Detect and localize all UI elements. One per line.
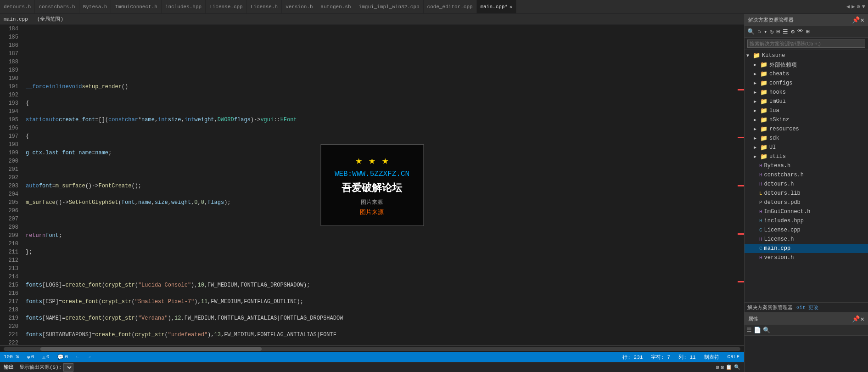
output-btn3[interactable]: 📋 (726, 364, 732, 370)
toolbar-preview-icon[interactable]: 👁 (796, 28, 804, 35)
tree-item-license-h[interactable]: H License.h (745, 235, 868, 244)
tab-scroll-left-icon[interactable]: ◀ (846, 3, 850, 10)
tree-item-imgui[interactable]: ▶ 📁 ImGui (745, 97, 868, 106)
close-tab-icon[interactable]: ✕ (510, 4, 512, 10)
nav-fwd[interactable]: → (88, 354, 92, 360)
main-area: main.cpp (全局范围) 184 185 186 187 188 189 … (0, 14, 868, 372)
panel-close-icon[interactable]: ✕ (861, 16, 864, 24)
right-panel: 解决方案资源管理器 📌 ✕ 🔍 ⌂ ▾ ↻ ⊟ ☰ ⚙ 👁 ⊞ ▼ (744, 14, 868, 372)
output-label: 输出 (4, 364, 14, 371)
output-btn4[interactable]: 🔍 (734, 364, 740, 370)
zoom-level: 100 % (4, 354, 20, 360)
h-scroll-thumb[interactable] (40, 347, 262, 351)
line-numbers: 184 185 186 187 188 189 190 191 192 193 … (0, 25, 22, 345)
toolbar-settings-icon[interactable]: ☰ (782, 28, 789, 36)
tab-bar: detours.h constchars.h Bytesa.h ImGuiCon… (0, 0, 868, 14)
tree-item-nskinz[interactable]: ▶ 📁 nSkinz (745, 115, 868, 124)
tab-indicator: 制表符 (704, 354, 720, 361)
props-list-icon[interactable]: ☰ (746, 327, 752, 334)
source-selector[interactable] (63, 363, 73, 372)
solution-explorer-header: 解决方案资源管理器 📌 ✕ (745, 14, 868, 26)
tree-item-detours-lib[interactable]: L detours.lib (745, 189, 868, 198)
tree-item-resources[interactable]: ▶ 📁 resources (745, 124, 868, 134)
tab-main-cpp[interactable]: main.cpp* ✕ (477, 0, 516, 14)
toolbar-filter-icon[interactable]: ▾ (763, 28, 768, 36)
h-scrollbar[interactable] (0, 345, 744, 352)
editor-toolbar: main.cpp (全局范围) (0, 14, 744, 25)
tab-constchars-h[interactable]: constchars.h (35, 0, 79, 14)
properties-title: 属性 (748, 316, 758, 322)
message-count[interactable]: 💬 0 (57, 354, 69, 360)
toolbar-search-icon[interactable]: 🔍 (746, 28, 756, 36)
panel-pin-icon[interactable]: 📌 (852, 16, 860, 24)
tree-root[interactable]: ▼ 📁 Kitsune (745, 51, 868, 60)
scope-selector[interactable]: (全局范围) (37, 16, 63, 23)
tab-includes-hpp[interactable]: includes.hpp (162, 0, 206, 14)
tree-item-cheats[interactable]: ▶ 📁 cheats (745, 69, 868, 79)
breadcrumb: main.cpp (4, 17, 28, 22)
properties-toolbar: ☰ 📄 🔍 (745, 325, 868, 336)
tree-item-ui[interactable]: ▶ 📁 UI (745, 143, 868, 152)
props-page-icon[interactable]: 📄 (754, 327, 761, 334)
tab-bytesa-h[interactable]: Bytesa.h (79, 0, 112, 14)
output-bar: 输出 显示输出来源(S): ⊞ ⊠ 📋 🔍 (0, 362, 744, 372)
tree-item-sdk[interactable]: ▶ 📁 sdk (745, 134, 868, 143)
tree-item-bytesa-h[interactable]: H Bytesa.h (745, 161, 868, 170)
scroll-indicators (738, 25, 744, 345)
source-label: 显示输出来源(S): (19, 364, 62, 371)
git-changes-link[interactable]: Git 更改 (796, 304, 818, 311)
tab-license-cpp[interactable]: License.cpp (206, 0, 247, 14)
toolbar-collapse-icon[interactable]: ⊟ (775, 28, 781, 36)
tab-settings-icon[interactable]: ⚙ (857, 3, 860, 10)
tree-item-constchars-h[interactable]: H constchars.h (745, 170, 868, 180)
solution-explorer-icon[interactable]: ▼ (862, 4, 865, 10)
code-editor[interactable]: 184 185 186 187 188 189 190 191 192 193 … (0, 25, 744, 345)
tree-item-external-deps[interactable]: ▶ 📁 外部依赖项 (745, 60, 868, 69)
toolbar-home-icon[interactable]: ⌂ (756, 28, 762, 35)
message-icon: 💬 (57, 354, 64, 360)
tab-detours-h[interactable]: detours.h (0, 0, 35, 14)
nav-back[interactable]: ← (76, 354, 80, 360)
tree-item-includes-hpp[interactable]: H includes.hpp (745, 216, 868, 225)
props-close-icon[interactable]: ✕ (861, 315, 864, 323)
tab-code-editor[interactable]: code_editor.cpp (424, 0, 477, 14)
output-btn2[interactable]: ⊠ (721, 364, 724, 370)
encoding-indicator: CRLF (728, 354, 740, 360)
error-icon: ⊗ (27, 354, 30, 360)
status-right: 行: 231 字符: 7 列: 11 制表符 CRLF (615, 354, 740, 361)
toolbar-expand-icon[interactable]: ⊞ (805, 28, 811, 36)
tab-autogen-sh[interactable]: autogen.sh (317, 0, 355, 14)
tree-item-detours-pdb[interactable]: P detours.pdb (745, 198, 868, 207)
cursor-ch: 列: 11 (678, 354, 696, 361)
tab-imguiconnect-h[interactable]: ImGuiConnect.h (111, 0, 161, 14)
tree-item-utils[interactable]: ▶ 📁 utils (745, 152, 868, 161)
warning-icon: ⚠ (42, 354, 45, 360)
status-bar: 100 % ⊗ 0 ⚠ 0 💬 0 ← → 行: 231 (0, 352, 744, 362)
solution-explorer-title: 解决方案资源管理器 (748, 17, 794, 23)
tree-item-version-h[interactable]: H version.h (745, 253, 868, 262)
tab-scroll-right-icon[interactable]: ▶ (851, 3, 855, 10)
search-input[interactable] (747, 39, 865, 48)
properties-header: 属性 📌 ✕ (745, 313, 868, 325)
cursor-line: 行: 231 (622, 354, 644, 361)
props-search-icon[interactable]: 🔍 (763, 327, 770, 334)
tree-item-detours-h[interactable]: H detours.h (745, 180, 868, 189)
editor-section: main.cpp (全局范围) 184 185 186 187 188 189 … (0, 14, 744, 372)
props-pin-icon[interactable]: 📌 (852, 315, 860, 323)
code-content[interactable]: __forceinline void setup_render() { stat… (22, 25, 738, 345)
tab-version-h[interactable]: version.h (282, 0, 317, 14)
error-count[interactable]: ⊗ 0 (27, 354, 35, 360)
tab-license-h[interactable]: License.h (247, 0, 282, 14)
warning-count[interactable]: ⚠ 0 (42, 354, 50, 360)
tree-item-imguiconnect-h[interactable]: H ImGuiConnect.h (745, 207, 868, 216)
tab-imgui-impl-win32[interactable]: imgui_impl_win32.cpp (355, 0, 424, 14)
toolbar-properties-icon[interactable]: ⚙ (790, 28, 795, 36)
tree-item-license-cpp[interactable]: C License.cpp (745, 225, 868, 235)
toolbar-refresh-icon[interactable]: ↻ (769, 28, 775, 36)
h-scroll-track[interactable] (4, 347, 740, 351)
tree-item-configs[interactable]: ▶ 📁 configs (745, 79, 868, 88)
tree-item-main-cpp[interactable]: C main.cpp (745, 244, 868, 253)
output-btn1[interactable]: ⊞ (716, 364, 719, 370)
tree-item-hooks[interactable]: ▶ 📁 hooks (745, 88, 868, 97)
tree-item-lua[interactable]: ▶ 📁 lua (745, 106, 868, 115)
